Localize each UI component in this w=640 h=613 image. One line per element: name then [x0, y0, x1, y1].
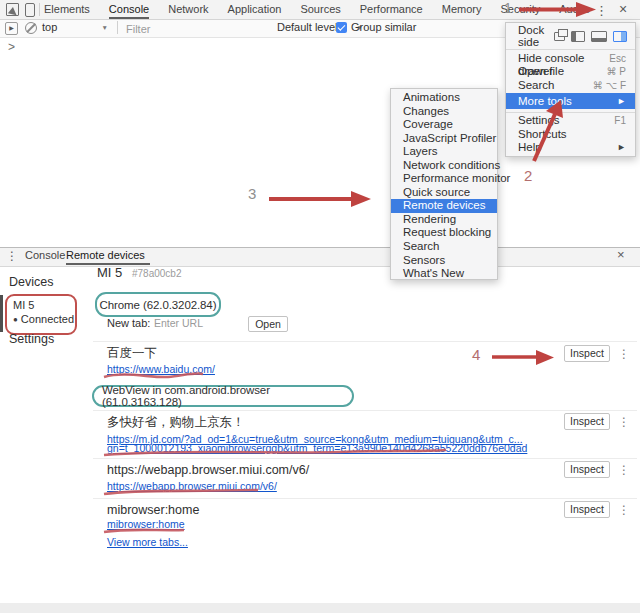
menu-item-shortcuts[interactable]: Shortcuts — [506, 128, 635, 142]
tab-network[interactable]: Network — [168, 0, 208, 19]
menu-shortcut: ⌘ ⌥ F — [593, 79, 626, 93]
more-tools-submenu: Animations Changes Coverage JavaScript P… — [390, 88, 498, 280]
devtools-close-icon[interactable]: × — [619, 1, 627, 17]
tab-audits[interactable]: Audits — [559, 0, 590, 19]
underline-mibrowser — [104, 530, 184, 532]
row-divider — [93, 341, 637, 342]
tab-sources[interactable]: Sources — [300, 0, 340, 19]
annotation-number-2: 2 — [524, 167, 532, 184]
row-divider — [93, 458, 637, 459]
submenu-item-quick-source[interactable]: Quick source — [391, 186, 497, 200]
device-title: MI 5 — [97, 265, 122, 280]
tab-performance[interactable]: Performance — [360, 0, 423, 19]
device-serial: #78a00cb2 — [132, 268, 182, 279]
inspect-button[interactable]: Inspect — [564, 461, 610, 478]
device-toolbar-icon[interactable] — [25, 3, 35, 17]
menu-item-label: Help — [518, 141, 542, 155]
clear-console-icon[interactable] — [25, 22, 37, 34]
inspect-button[interactable]: Inspect — [564, 501, 610, 518]
submenu-arrow-icon: ► — [617, 141, 626, 155]
drawer-menu-kebab-icon[interactable]: ⋮ — [6, 249, 18, 263]
sidebar-selection-marker — [0, 295, 3, 332]
chrome-browser-badge: Chrome (62.0.3202.84) — [95, 292, 221, 317]
submenu-item-request-blocking[interactable]: Request blocking — [391, 226, 497, 240]
page-url-link-line2[interactable]: gn=t_1000012193_xiaomibrowserggb&utm_ter… — [107, 442, 527, 454]
dock-left-icon[interactable] — [571, 31, 585, 42]
menu-item-settings[interactable]: Settings F1 — [506, 114, 635, 128]
page-title: mibrowser:home — [107, 503, 199, 517]
undock-icon[interactable] — [554, 32, 565, 41]
submenu-item-javascript-profiler[interactable]: JavaScript Profiler — [391, 132, 497, 146]
inspect-button[interactable]: Inspect — [564, 345, 610, 362]
menu-item-label: Hide console drawer — [518, 52, 609, 66]
webview-version-label: WebView in com.android.browser (61.0.316… — [102, 384, 352, 408]
sidebar-item-device[interactable]: MI 5 — [13, 299, 34, 311]
page-options-kebab-icon[interactable]: ⋮ — [618, 463, 630, 477]
row-divider — [93, 498, 637, 499]
page-options-kebab-icon[interactable]: ⋮ — [618, 347, 630, 361]
tab-elements[interactable]: Elements — [44, 0, 90, 19]
page-title: 百度一下 — [107, 345, 157, 362]
page-options-kebab-icon[interactable]: ⋮ — [618, 503, 630, 517]
submenu-item-changes[interactable]: Changes — [391, 105, 497, 119]
submenu-item-sensors[interactable]: Sensors — [391, 254, 497, 268]
drawer-tab-console[interactable]: Console — [25, 247, 65, 265]
submenu-item-rendering[interactable]: Rendering — [391, 213, 497, 227]
group-similar-checkbox[interactable] — [336, 22, 347, 33]
group-similar-label: Group similar — [351, 21, 416, 33]
new-tab-label: New tab: — [107, 317, 150, 329]
dock-icons — [554, 31, 627, 42]
submenu-arrow-icon: ► — [617, 93, 626, 109]
menu-item-more-tools[interactable]: More tools ► — [506, 93, 635, 109]
view-more-tabs-link[interactable]: View more tabs... — [107, 536, 188, 548]
row-divider — [93, 410, 637, 411]
dock-side-row: Dock side — [506, 26, 635, 46]
submenu-item-network-conditions[interactable]: Network conditions — [391, 159, 497, 173]
execution-context-select[interactable]: top ▼ — [42, 21, 108, 33]
devtools-main-menu: Dock side Hide console drawer Esc Open f… — [505, 22, 636, 157]
submenu-item-whats-new[interactable]: What's New — [391, 267, 497, 281]
devtools-tab-bar: Elements Console Network Application Sou… — [44, 0, 590, 19]
tab-memory[interactable]: Memory — [442, 0, 482, 19]
open-button[interactable]: Open — [248, 316, 288, 332]
console-sidebar-toggle-icon[interactable]: ▶ — [5, 22, 18, 35]
sidebar-item-settings[interactable]: Settings — [9, 332, 54, 346]
submenu-item-performance-monitor[interactable]: Performance monitor — [391, 172, 497, 186]
menu-item-help[interactable]: Help ► — [506, 141, 635, 155]
console-filter-input[interactable] — [124, 21, 258, 37]
menu-shortcut: Esc — [609, 52, 626, 66]
devtools-window: Elements Console Network Application Sou… — [0, 0, 640, 613]
dock-right-icon[interactable] — [613, 31, 627, 42]
menu-item-label: More tools — [518, 93, 572, 109]
page-title: https://webapp.browser.miui.com/v6/ — [107, 463, 309, 477]
sidebar-devices-label: Devices — [9, 275, 53, 289]
menu-item-hide-console-drawer[interactable]: Hide console drawer Esc — [506, 52, 635, 66]
tab-console[interactable]: Console — [109, 0, 149, 19]
submenu-item-layers[interactable]: Layers — [391, 145, 497, 159]
tab-application[interactable]: Application — [228, 0, 282, 19]
dock-bottom-icon[interactable] — [591, 31, 607, 42]
drawer-tab-remote-devices[interactable]: Remote devices — [66, 247, 150, 265]
devtools-menu-kebab-icon[interactable]: ⋮ — [595, 3, 608, 18]
menu-item-search[interactable]: Search ⌘ ⌥ F — [506, 79, 635, 93]
submenu-item-remote-devices[interactable]: Remote devices — [391, 199, 497, 213]
page-options-kebab-icon[interactable]: ⋮ — [618, 415, 630, 429]
page-url-link[interactable]: https://webapp.browser.miui.com/v6/ — [107, 480, 277, 492]
chevron-down-icon: ▼ — [102, 24, 108, 31]
tab-security[interactable]: Security — [500, 0, 540, 19]
submenu-item-search[interactable]: Search — [391, 240, 497, 254]
arrow-4-head — [536, 350, 554, 365]
submenu-item-animations[interactable]: Animations — [391, 91, 497, 105]
submenu-item-coverage[interactable]: Coverage — [391, 118, 497, 132]
inspect-button[interactable]: Inspect — [564, 413, 610, 430]
inspect-element-icon[interactable] — [6, 3, 19, 16]
page-url-link[interactable]: mibrowser:home — [107, 518, 185, 530]
new-tab-url-input[interactable] — [152, 315, 244, 331]
page-url-link[interactable]: https://www.baidu.com/ — [107, 363, 215, 375]
drawer-close-icon[interactable]: × — [617, 247, 625, 262]
console-prompt[interactable]: > — [8, 40, 15, 54]
menu-item-open-file[interactable]: Open file ⌘ P — [506, 65, 635, 79]
arrow-3-head — [351, 191, 371, 207]
menu-shortcut: ⌘ P — [607, 65, 626, 79]
chrome-version-label: Chrome (62.0.3202.84) — [100, 299, 217, 311]
